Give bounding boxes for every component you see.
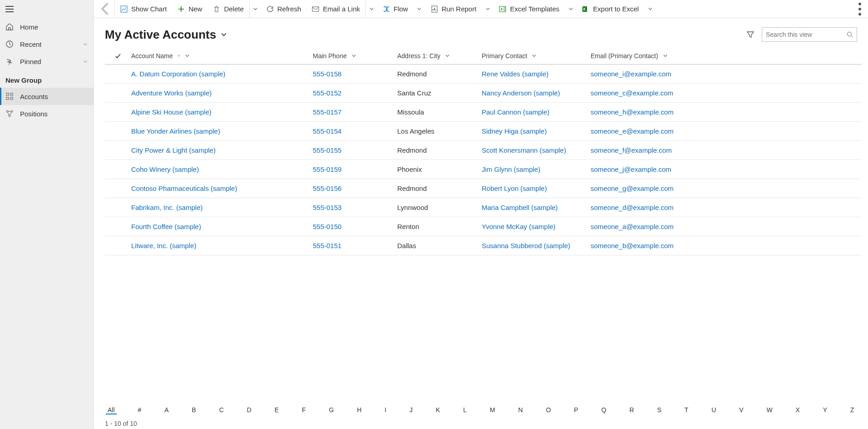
cell-account-name[interactable]: Litware, Inc. (sample)	[131, 242, 313, 249]
cell-account-name[interactable]: A. Datum Corporation (sample)	[131, 70, 313, 78]
cell-account-name[interactable]: Coho Winery (sample)	[131, 165, 313, 173]
sidebar-item-home[interactable]: Home	[0, 18, 94, 35]
cell-contact[interactable]: Maria Campbell (sample)	[482, 204, 591, 211]
more-commands-button[interactable]	[852, 0, 868, 18]
view-selector[interactable]: My Active Accounts	[105, 28, 227, 42]
cell-account-name[interactable]: Contoso Pharmaceuticals (sample)	[131, 185, 313, 192]
back-button[interactable]	[97, 0, 115, 18]
cell-email[interactable]: someone_j@example.com	[591, 165, 862, 173]
cell-email[interactable]: someone_f@example.com	[591, 146, 862, 154]
letter-b[interactable]: B	[190, 406, 197, 414]
letter-h[interactable]: H	[355, 406, 363, 414]
letter-w[interactable]: W	[764, 406, 774, 414]
letter-q[interactable]: Q	[600, 406, 608, 414]
letter-n[interactable]: N	[517, 406, 525, 414]
letter-l[interactable]: L	[461, 406, 469, 414]
cell-contact[interactable]: Scott Konersmann (sample)	[482, 146, 591, 154]
sidebar-item-recent[interactable]: Recent	[0, 35, 94, 53]
cell-phone[interactable]: 555-0158	[313, 70, 397, 78]
delete-split-chevron[interactable]	[249, 0, 261, 18]
cell-contact[interactable]: Robert Lyon (sample)	[482, 185, 591, 192]
templates-split-chevron[interactable]	[565, 0, 577, 18]
letter-s[interactable]: S	[655, 406, 663, 414]
table-row[interactable]: Alpine Ski House (sample)555-0157Missoul…	[105, 103, 862, 122]
flow-split-chevron[interactable]	[414, 0, 425, 18]
cell-email[interactable]: someone_c@example.com	[591, 89, 862, 97]
excel-templates-button[interactable]: Excel Templates	[493, 0, 565, 18]
cell-phone[interactable]: 555-0159	[313, 165, 397, 173]
email-split-chevron[interactable]	[365, 0, 377, 18]
letter-e[interactable]: E	[273, 406, 281, 414]
letter-v[interactable]: V	[737, 406, 745, 414]
report-split-chevron[interactable]	[482, 0, 493, 18]
cell-contact[interactable]: Yvonne McKay (sample)	[482, 223, 591, 230]
letter-g[interactable]: G	[327, 406, 335, 414]
table-row[interactable]: Blue Yonder Airlines (sample)555-0154Los…	[105, 122, 862, 141]
cell-phone[interactable]: 555-0152	[313, 89, 397, 97]
show-chart-button[interactable]: Show Chart	[115, 0, 172, 18]
column-main-phone[interactable]: Main Phone	[313, 52, 397, 60]
refresh-button[interactable]: Refresh	[261, 0, 307, 18]
letter-t[interactable]: T	[683, 406, 690, 414]
column-city[interactable]: Address 1: City	[397, 52, 482, 60]
cell-phone[interactable]: 555-0155	[313, 146, 397, 154]
cell-phone[interactable]: 555-0157	[313, 108, 397, 116]
letter-a[interactable]: A	[163, 406, 170, 414]
letter-k[interactable]: K	[434, 406, 442, 414]
cell-phone[interactable]: 555-0153	[313, 204, 397, 211]
letter-r[interactable]: R	[627, 406, 636, 414]
flow-button[interactable]: Flow	[377, 0, 414, 18]
cell-contact[interactable]: Sidney Higa (sample)	[482, 127, 591, 135]
cell-phone[interactable]: 555-0156	[313, 185, 397, 192]
new-button[interactable]: New	[172, 0, 207, 18]
letter-z[interactable]: Z	[848, 406, 856, 414]
export-excel-button[interactable]: Export to Excel	[577, 0, 644, 18]
cell-account-name[interactable]: Fourth Coffee (sample)	[131, 223, 313, 230]
letter-f[interactable]: F	[300, 406, 308, 414]
search-input[interactable]	[766, 31, 847, 38]
export-split-chevron[interactable]	[644, 0, 656, 18]
column-account-name[interactable]: Account Name ↑	[131, 52, 313, 60]
letter-x[interactable]: X	[794, 406, 802, 414]
cell-contact[interactable]: Susanna Stubberod (sample)	[482, 242, 591, 249]
delete-button[interactable]: Delete	[207, 0, 249, 18]
column-primary-contact[interactable]: Primary Contact	[482, 52, 591, 60]
table-row[interactable]: Adventure Works (sample)555-0152Santa Cr…	[105, 84, 862, 103]
hamburger-icon[interactable]	[5, 6, 14, 12]
letter-p[interactable]: P	[572, 406, 580, 414]
cell-account-name[interactable]: Fabrikam, Inc. (sample)	[131, 204, 313, 211]
sidebar-item-pinned[interactable]: Pinned	[0, 53, 94, 70]
column-email[interactable]: Email (Primary Contact)	[591, 52, 862, 60]
cell-email[interactable]: someone_g@example.com	[591, 185, 862, 192]
table-row[interactable]: City Power & Light (sample)555-0155Redmo…	[105, 141, 862, 160]
sidebar-item-positions[interactable]: Positions	[0, 105, 94, 122]
table-row[interactable]: Coho Winery (sample)555-0159PhoenixJim G…	[105, 160, 862, 179]
table-row[interactable]: A. Datum Corporation (sample)555-0158Red…	[105, 65, 862, 84]
cell-contact[interactable]: Rene Valdes (sample)	[482, 70, 591, 78]
letter-d[interactable]: D	[245, 406, 253, 414]
select-all-header[interactable]	[105, 53, 131, 59]
table-row[interactable]: Litware, Inc. (sample)555-0151DallasSusa…	[105, 236, 862, 255]
table-row[interactable]: Contoso Pharmaceuticals (sample)555-0156…	[105, 179, 862, 198]
letter-#[interactable]: #	[136, 406, 143, 414]
cell-contact[interactable]: Nancy Anderson (sample)	[482, 89, 591, 97]
table-row[interactable]: Fourth Coffee (sample)555-0150RentonYvon…	[105, 217, 862, 236]
sidebar-item-accounts[interactable]: Accounts	[0, 88, 94, 105]
cell-contact[interactable]: Paul Cannon (sample)	[482, 108, 591, 116]
cell-email[interactable]: someone_b@example.com	[591, 242, 862, 249]
cell-email[interactable]: someone_a@example.com	[591, 223, 862, 230]
letter-all[interactable]: All	[106, 406, 117, 414]
cell-phone[interactable]: 555-0150	[313, 223, 397, 230]
letter-y[interactable]: Y	[821, 406, 829, 414]
search-box[interactable]	[762, 27, 857, 42]
letter-u[interactable]: U	[710, 406, 718, 414]
cell-phone[interactable]: 555-0151	[313, 242, 397, 249]
letter-i[interactable]: I	[383, 406, 388, 414]
cell-account-name[interactable]: Blue Yonder Airlines (sample)	[131, 127, 313, 135]
email-link-button[interactable]: Email a Link	[306, 0, 365, 18]
cell-email[interactable]: someone_e@example.com	[591, 127, 862, 135]
filter-button[interactable]	[746, 30, 755, 39]
letter-m[interactable]: M	[488, 406, 497, 414]
cell-account-name[interactable]: City Power & Light (sample)	[131, 146, 313, 154]
letter-o[interactable]: O	[544, 406, 553, 414]
